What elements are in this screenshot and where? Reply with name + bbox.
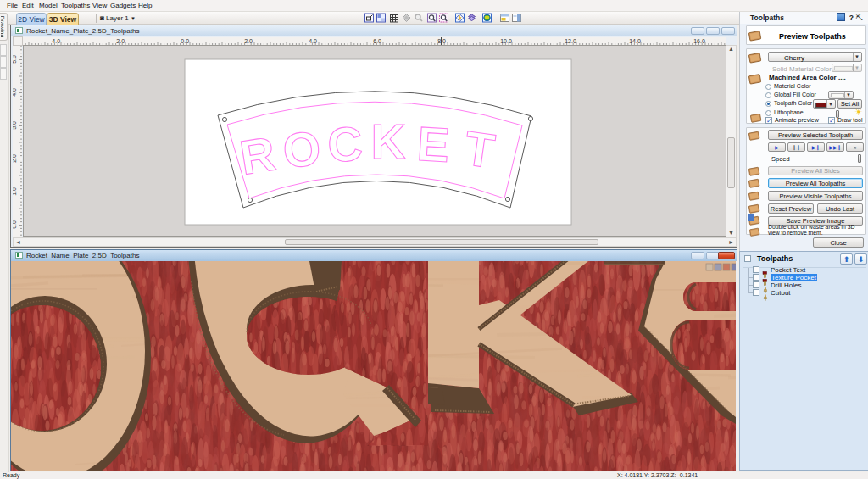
svg-text:1.0: 1.0 [13, 187, 17, 196]
svg-text:10.0: 10.0 [500, 38, 512, 44]
svg-text:6.0: 6.0 [373, 38, 381, 44]
svg-text:12.0: 12.0 [565, 38, 576, 44]
svg-text:-2.0: -2.0 [114, 38, 125, 44]
svg-text:K: K [370, 114, 405, 169]
svg-text:0.0: 0.0 [13, 220, 17, 229]
svg-text:5.0: 5.0 [13, 55, 17, 64]
svg-text:4.0: 4.0 [13, 88, 17, 97]
svg-text:4.0: 4.0 [309, 38, 317, 44]
svg-text:C: C [326, 116, 364, 172]
svg-text:E: E [415, 116, 451, 172]
svg-text:16.0: 16.0 [693, 38, 705, 44]
svg-text:14.0: 14.0 [629, 38, 641, 44]
svg-text:2.0: 2.0 [13, 154, 17, 163]
svg-text:O: O [281, 120, 324, 178]
svg-text:2.0: 2.0 [244, 38, 253, 44]
svg-text:-0.0: -0.0 [179, 38, 189, 44]
svg-text:-4.0: -4.0 [50, 38, 60, 44]
svg-text:3.0: 3.0 [13, 121, 17, 130]
